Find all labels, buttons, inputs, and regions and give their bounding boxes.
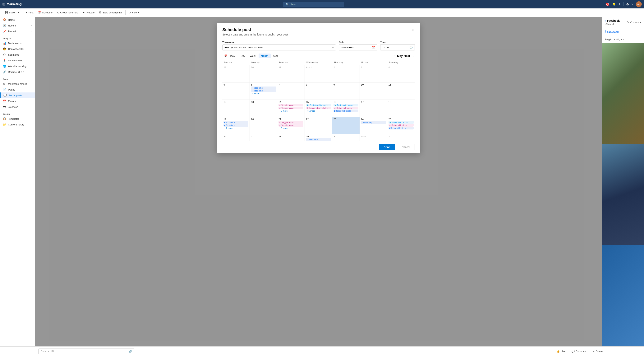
cal-cell-28[interactable]: 28	[277, 134, 305, 141]
cal-event-bwp-fb-1[interactable]: f Better with pizza	[334, 110, 358, 112]
timezone-select[interactable]: (GMT) Coordinated Universal Time ▾	[222, 45, 336, 51]
cal-event-veggie-2[interactable]: ◎ Veggie pizza	[278, 107, 304, 109]
sidebar-item-redirect-urls[interactable]: 🔗 Redirect URLs	[0, 69, 35, 75]
next-month-button[interactable]: ›	[412, 54, 415, 58]
share-button[interactable]: ↗ Share	[593, 350, 602, 353]
cal-event-bwp-fb-25[interactable]: f Better with pizza	[388, 127, 414, 130]
cal-cell-13[interactable]: 13	[250, 100, 277, 117]
cal-cell-23[interactable]: 23	[332, 117, 360, 134]
cal-cell-2-apr[interactable]: 2	[332, 65, 360, 82]
sidebar-item-segments[interactable]: ⬡ Segments	[0, 52, 35, 58]
cal-event-pizza-time-29[interactable]: f Pizza time	[306, 138, 331, 141]
post-button[interactable]: ✔ Post	[24, 10, 36, 15]
time-input[interactable]: 14:00 🕑	[380, 44, 415, 51]
cal-event-bwp-tw-1[interactable]: 🐦 Better with pizza	[334, 104, 358, 107]
sidebar-item-website-tracking[interactable]: 🌐 Website tracking	[0, 63, 35, 69]
url-input-wrapper[interactable]: Enter a URL 🔗	[38, 348, 134, 354]
cal-event-sustain-1[interactable]: 🐦 Sustainability chal...	[306, 104, 331, 107]
sidebar-item-social-posts[interactable]: 💬 Social posts	[0, 93, 35, 98]
flow-button[interactable]: ↗ Flow ▾	[127, 10, 142, 15]
cal-tab-year[interactable]: Year	[271, 54, 280, 58]
sidebar-item-events[interactable]: 📅 Events	[0, 98, 35, 104]
cal-tab-month[interactable]: Month	[258, 54, 271, 58]
sidebar-item-journeys[interactable]: 🗺 Journeys	[0, 104, 35, 110]
search-bar[interactable]: 🔍 Search	[283, 2, 344, 7]
sidebar-item-templates[interactable]: 📋 Templates	[0, 116, 35, 122]
cal-cell-6[interactable]: 6 f Pizza time f Pizza time + 2 more	[250, 83, 277, 100]
cal-more-15[interactable]: + 5 more	[306, 110, 331, 112]
lightbulb-icon[interactable]: 💡	[612, 3, 616, 6]
cancel-button[interactable]: Cancel	[397, 144, 415, 150]
done-button[interactable]: Done	[379, 144, 395, 150]
sidebar-item-lead-source[interactable]: 📍 Lead source	[0, 58, 35, 63]
sidebar-item-content-library[interactable]: 📁 Content library	[0, 122, 35, 127]
cal-tab-today[interactable]: 📅 Today	[222, 54, 237, 58]
sidebar-item-pages[interactable]: 📄 Pages	[0, 87, 35, 93]
cal-more-6[interactable]: + 2 more	[251, 92, 276, 95]
cal-more-19[interactable]: + 2 more	[224, 127, 248, 130]
sidebar-item-contact-center[interactable]: 🧑 Contact center	[0, 46, 35, 52]
sidebar-item-dashboards[interactable]: 📊 Dashboards	[0, 40, 35, 46]
cal-cell-16[interactable]: 16 🐦 Better with pizza ◎ Better with piz…	[332, 100, 360, 117]
cal-more-14[interactable]: + 3 more	[278, 110, 304, 112]
cal-event-pizza-day-24[interactable]: f Pizza day	[361, 121, 386, 124]
cal-cell-15[interactable]: 15 🐦 Sustainability chal... ◎ Sustainabi…	[305, 100, 332, 117]
cal-cell-8[interactable]: 8	[305, 83, 332, 100]
cal-cell-21[interactable]: 21 ◎ Veggie pizza ◎ Veggie pizza + 3 mor…	[277, 117, 305, 134]
cal-cell-27[interactable]: 27	[250, 134, 277, 141]
cal-cell-22[interactable]: 22	[305, 117, 332, 134]
cal-cell-apr1[interactable]: Apr 1	[305, 65, 332, 82]
cal-tab-day[interactable]: Day	[239, 54, 248, 58]
cal-cell-29-mar[interactable]: 29	[222, 65, 250, 82]
cal-cell-11[interactable]: 11	[387, 83, 415, 100]
activate-button[interactable]: ✦ Activate	[81, 10, 96, 15]
add-icon[interactable]: +	[619, 2, 621, 6]
cal-cell-24[interactable]: 24 f Pizza day	[360, 117, 387, 134]
cal-cell-5[interactable]: 5	[222, 83, 250, 100]
sidebar-item-marketing-emails[interactable]: ✉ Marketing emails	[0, 81, 35, 87]
cal-cell-17[interactable]: 17	[360, 100, 387, 117]
cal-cell-4-apr[interactable]: 4	[387, 65, 415, 82]
settings-icon[interactable]: ⚙	[626, 3, 629, 6]
cal-cell-9[interactable]: 9	[332, 83, 360, 100]
cal-cell-30[interactable]: 30	[332, 134, 360, 141]
cal-cell-20[interactable]: 20	[250, 117, 277, 134]
save-dropdown[interactable]: ▾	[18, 10, 20, 15]
cal-event-bwp-ig-1[interactable]: ◎ Better with pizza	[334, 107, 358, 109]
cal-cell-18[interactable]: 18	[387, 100, 415, 117]
cal-cell-14[interactable]: 14 ◎ Veggie pizza ◎ Veggie pizza + 3 mor…	[277, 100, 305, 117]
cal-cell-30-mar[interactable]: 30	[250, 65, 277, 82]
cal-event-veggie-21-2[interactable]: ◎ Veggie pizza	[278, 124, 304, 127]
save-button[interactable]: 💾 Save	[3, 10, 17, 15]
sidebar-item-home[interactable]: 🏠 Home	[0, 17, 35, 23]
cal-cell-7[interactable]: 7	[277, 83, 305, 100]
cal-event-bwp-ig-25[interactable]: ◎ Better with pizza	[388, 124, 414, 127]
cal-event-sustain-2[interactable]: ◎ Sustainability chal...	[306, 107, 331, 109]
cal-event-pizza-time-1[interactable]: f Pizza time	[251, 87, 276, 89]
cal-event-pizza-19-1[interactable]: f Pizza time	[224, 121, 248, 124]
save-as-template-button[interactable]: 🖫 Save as template	[97, 10, 124, 15]
schedule-button[interactable]: 📅 Schedule	[36, 10, 54, 15]
avatar[interactable]: AN	[636, 1, 642, 7]
status-expand-icon[interactable]: ▾	[640, 21, 641, 24]
cal-cell-19[interactable]: 19 f Pizza time f Pizza time + 2 more	[222, 117, 250, 134]
cal-event-pizza-time-2[interactable]: f Pizza time	[251, 89, 276, 92]
cal-cell-26[interactable]: 26	[222, 134, 250, 141]
prev-month-button[interactable]: ‹	[392, 54, 396, 58]
cal-cell-may1[interactable]: May 1	[360, 134, 387, 141]
sidebar-item-recent[interactable]: 🕐 Recent ▾	[0, 23, 35, 28]
cal-cell-12[interactable]: 12	[222, 100, 250, 117]
check-errors-button[interactable]: ⊙ Check for errors	[55, 10, 80, 15]
cal-cell-25[interactable]: 25 🐦 Better with pizza ◎ Better with piz…	[387, 117, 415, 134]
modal-close-button[interactable]: ✕	[410, 27, 415, 33]
cal-cell-31-mar[interactable]: 31	[277, 65, 305, 82]
cal-tab-week[interactable]: Week	[248, 54, 258, 58]
comment-button[interactable]: 💬 Comment	[572, 350, 586, 353]
cal-cell-10[interactable]: 10	[360, 83, 387, 100]
help-icon[interactable]: ?	[632, 3, 633, 6]
sidebar-item-pinned[interactable]: 📌 Pinned ▾	[0, 28, 35, 34]
target-icon[interactable]: 🎯	[606, 3, 610, 6]
cal-event-bwp-tw-25[interactable]: 🐦 Better with pizza	[388, 121, 414, 124]
cal-cell-2-may[interactable]: 2	[387, 134, 415, 141]
like-button[interactable]: 👍 Like	[556, 350, 566, 353]
